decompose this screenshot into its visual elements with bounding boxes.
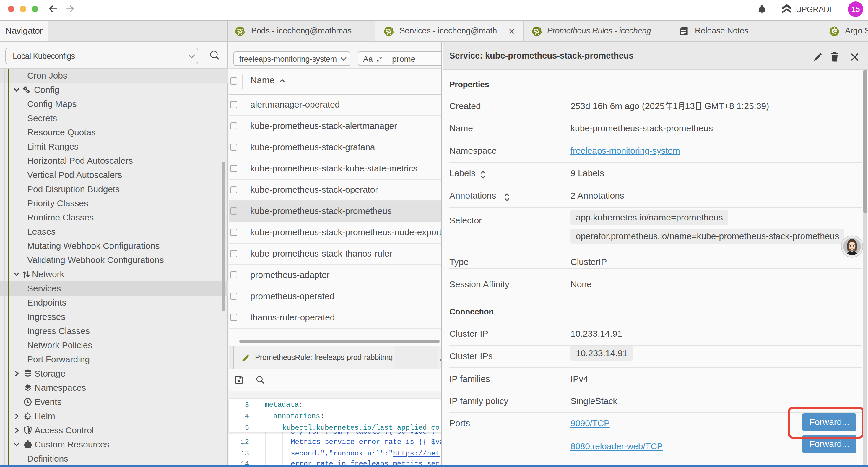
svg-text:HELM: HELM (24, 415, 31, 418)
svg-text:*: * (379, 56, 382, 63)
